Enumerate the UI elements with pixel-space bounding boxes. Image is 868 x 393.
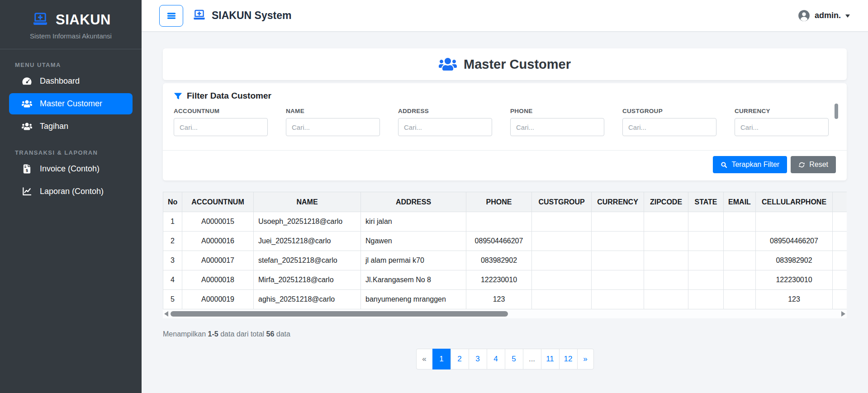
sidebar-item-label: Master Customer (40, 99, 102, 109)
sidebar: SIAKUN Sistem Informasi Akuntansi MENU U… (0, 0, 142, 393)
chart-line-icon (22, 186, 32, 197)
field-label: ACCOUNTNUM (174, 108, 268, 114)
table-cell (688, 232, 724, 251)
menu-section-label-transaksi: TRANSAKSI & LAPORAN (15, 149, 142, 156)
table-cell (644, 251, 688, 270)
sidebar-item-label: Laporan (Contoh) (40, 187, 104, 196)
laptop-medical-icon (192, 9, 207, 22)
sidebar-item-label: Tagihan (40, 122, 68, 131)
custgroup-input[interactable] (622, 118, 716, 136)
reset-button[interactable]: Reset (791, 156, 836, 173)
summary-total: 56 (266, 330, 275, 338)
col-currency: CURRENCY (592, 192, 644, 212)
page-1[interactable]: 1 (432, 349, 451, 369)
reset-label: Reset (809, 161, 828, 169)
table-cell: 089504466207 (756, 232, 833, 251)
currency-input[interactable] (735, 118, 829, 136)
sidebar-toggle-button[interactable] (159, 5, 183, 27)
scroll-right-arrow-icon[interactable] (841, 311, 845, 317)
table-cell (592, 212, 644, 232)
filter-vertical-scrollbar-thumb[interactable] (835, 104, 838, 119)
table-cell: 2 (163, 232, 182, 251)
page-2[interactable]: 2 (451, 349, 469, 369)
content: Master Customer Filter Data Customer ACC… (142, 32, 868, 369)
sidebar-item-label: Invoice (Contoh) (40, 164, 100, 174)
sidebar-item-master-customer[interactable]: Master Customer (9, 93, 133, 114)
sidebar-item-tagihan[interactable]: Tagihan (9, 116, 133, 137)
table-cell (644, 232, 688, 251)
name-input[interactable] (286, 118, 380, 136)
phone-input[interactable] (510, 118, 604, 136)
col-custgroup: CUSTGROUP (532, 192, 592, 212)
table-cell (833, 212, 847, 232)
page-11[interactable]: 11 (541, 349, 560, 369)
page-title-card: Master Customer (163, 48, 847, 80)
table-cell: 083982902 (466, 251, 532, 270)
users-icon (439, 57, 457, 71)
table-summary: Menampilkan 1-5 data dari total 56 data (163, 330, 847, 338)
table-cell: 123 (756, 290, 833, 309)
table-cell (532, 232, 592, 251)
table-cell: Ngawen (361, 232, 466, 251)
page-12[interactable]: 12 (559, 349, 578, 369)
table-cell: 3 (163, 251, 182, 270)
accountnum-input[interactable] (174, 118, 268, 136)
horizontal-scrollbar[interactable] (163, 309, 847, 318)
brand-name: SIAKUN (56, 12, 111, 28)
field-label: NAME (286, 108, 380, 114)
users-icon (22, 99, 32, 109)
sidebar-item-dashboard[interactable]: Dashboard (9, 71, 133, 92)
field-label: ADDRESS (398, 108, 492, 114)
sidebar-brand[interactable]: SIAKUN Sistem Informasi Akuntansi (0, 0, 142, 49)
laptop-medical-icon (31, 12, 50, 28)
svg-text:$: $ (26, 168, 28, 173)
table-cell (724, 251, 756, 270)
filter-title: Filter Data Customer (187, 91, 271, 101)
table-cell (644, 270, 688, 290)
filter-field-custgroup: CUSTGROUP (622, 108, 716, 136)
table-cell: 123 (466, 290, 532, 309)
pagination: « 1 2 3 4 5 ... 11 12 » (163, 349, 847, 369)
table-cell (724, 290, 756, 309)
navbar-brand[interactable]: SIAKUN System (192, 9, 291, 22)
table-cell (592, 270, 644, 290)
table-cell (833, 232, 847, 251)
table-row: 1A0000015Usoeph_20251218@carlokiri jalan (163, 212, 847, 232)
sync-icon (798, 161, 805, 168)
sidebar-item-laporan[interactable]: Laporan (Contoh) (9, 181, 133, 202)
table-cell (833, 290, 847, 309)
table-cell: aghis_20251218@carlo (254, 290, 361, 309)
user-menu[interactable]: admin. (798, 9, 850, 22)
table-cell (688, 290, 724, 309)
table-cell: A0000019 (182, 290, 254, 309)
table-cell: Usoeph_20251218@carlo (254, 212, 361, 232)
page-4[interactable]: 4 (487, 349, 505, 369)
table-cell: 122230010 (756, 270, 833, 290)
table-cell (466, 212, 532, 232)
table-cell (592, 251, 644, 270)
apply-filter-button[interactable]: Terapkan Filter (713, 156, 787, 173)
scroll-left-arrow-icon[interactable] (164, 311, 168, 317)
col-state: STATE (688, 192, 724, 212)
sidebar-item-invoice[interactable]: $ Invoice (Contoh) (9, 158, 133, 180)
table-cell (756, 212, 833, 232)
table-cell: jl alam permai k70 (361, 251, 466, 270)
table-row: 5A0000019aghis_20251218@carlobanyumeneng… (163, 290, 847, 309)
col-zipcode: ZIPCODE (644, 192, 688, 212)
page-3[interactable]: 3 (469, 349, 487, 369)
topbar: SIAKUN System admin. (142, 0, 868, 32)
user-name: admin. (815, 11, 841, 20)
page-next[interactable]: » (577, 349, 594, 369)
table-cell (644, 290, 688, 309)
col-accountnum: ACCOUNTNUM (182, 192, 254, 212)
users-icon (22, 121, 32, 132)
horizontal-scrollbar-thumb[interactable] (171, 311, 508, 317)
summary-text: Menampilkan (163, 330, 208, 338)
table-cell: stefan_20251218@carlo (254, 251, 361, 270)
file-invoice-dollar-icon: $ (22, 164, 32, 174)
page-5[interactable]: 5 (505, 349, 523, 369)
col-cellularphone: CELLULARPHONE (756, 192, 833, 212)
search-icon (721, 161, 727, 168)
filter-field-accountnum: ACCOUNTNUM (174, 108, 268, 136)
address-input[interactable] (398, 118, 492, 136)
